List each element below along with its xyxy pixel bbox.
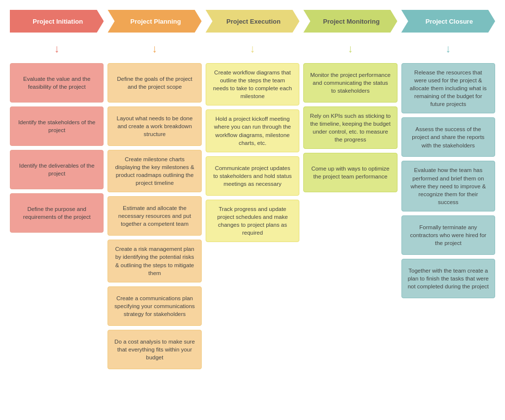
column-monitoring: Monitor the project performance and comm…: [303, 63, 397, 192]
phase-header-execution: Project Execution: [206, 10, 299, 33]
arrow-monitoring: ↓: [303, 42, 397, 55]
column-planning: Define the goals of the project and the …: [108, 63, 201, 369]
card-planning-1: Layout what needs to be done and create …: [108, 106, 201, 146]
card-planning-4: Create a risk management plan by identif…: [108, 240, 201, 282]
column-execution: Create workflow diagrams that outline th…: [206, 63, 299, 242]
card-monitoring-2: Come up with ways to optimize the projec…: [303, 153, 397, 192]
card-planning-5: Create a communications plan specifying …: [108, 286, 201, 326]
card-monitoring-0: Monitor the project performance and comm…: [303, 63, 397, 103]
phase-header-monitoring: Project Monitoring: [303, 10, 397, 33]
card-initiation-2: Identify the deliverables of the project: [10, 150, 104, 189]
card-execution-3: Track progress and update project schedu…: [206, 200, 299, 242]
phase-headers: Project InitiationProject PlanningProjec…: [10, 10, 495, 33]
phase-header-planning: Project Planning: [108, 10, 201, 33]
phase-header-initiation: Project Initiation: [10, 10, 104, 33]
arrow-execution: ↓: [206, 42, 299, 55]
phase-header-closure: Project Closure: [401, 10, 495, 33]
columns-container: Evaluate the value and the feasibility o…: [10, 63, 495, 369]
card-closure-0: Release the resources that were used for…: [401, 63, 495, 113]
card-closure-1: Assess the success of the project and sh…: [401, 117, 495, 157]
card-planning-2: Create milestone charts displaying the k…: [108, 150, 201, 192]
card-initiation-0: Evaluate the value and the feasibility o…: [10, 63, 104, 103]
card-execution-0: Create workflow diagrams that outline th…: [206, 63, 299, 105]
card-execution-1: Hold a project kickoff meeting where you…: [206, 109, 299, 152]
arrow-planning: ↓: [108, 42, 201, 55]
card-planning-6: Do a cost analysis to make sure that eve…: [108, 330, 201, 369]
card-monitoring-1: Rely on KPIs such as sticking to the tim…: [303, 106, 397, 149]
arrow-row: ↓↓↓↓↓: [10, 42, 495, 55]
card-initiation-1: Identify the stakeholders of the project: [10, 106, 104, 146]
card-planning-3: Estimate and allocate the necessary reso…: [108, 196, 201, 236]
card-closure-4: Together with the team create a plan to …: [401, 259, 495, 298]
card-planning-0: Define the goals of the project and the …: [108, 63, 201, 103]
arrow-initiation: ↓: [10, 42, 104, 55]
card-closure-3: Formally terminate any contractors who w…: [401, 215, 495, 255]
arrow-closure: ↓: [401, 42, 495, 55]
card-execution-2: Communicate project updates to stakehold…: [206, 156, 299, 196]
card-closure-2: Evaluate how the team has performed and …: [401, 161, 495, 211]
column-closure: Release the resources that were used for…: [401, 63, 495, 298]
card-initiation-3: Define the purpose and requirements of t…: [10, 193, 104, 233]
column-initiation: Evaluate the value and the feasibility o…: [10, 63, 104, 233]
